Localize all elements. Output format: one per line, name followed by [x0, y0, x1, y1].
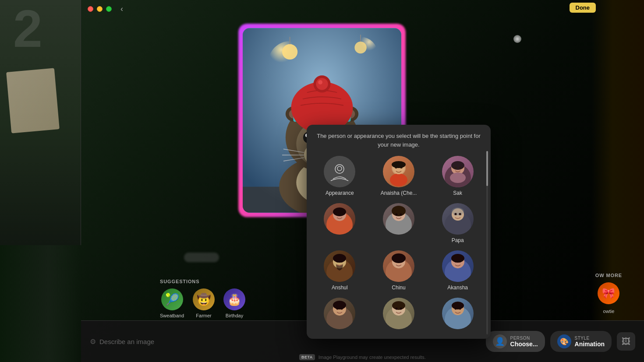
svg-point-97 [459, 308, 461, 310]
style-sublabel: STYLE [575, 336, 590, 341]
gallery-icon: 🖼 [622, 337, 630, 347]
picker-item-11[interactable] [373, 298, 425, 332]
picker-item-anshul[interactable]: Anshul [314, 250, 366, 291]
person5-avatar [383, 203, 414, 235]
picker-item-akansha[interactable]: Akansha [432, 250, 484, 291]
person-sublabel: PERSON [510, 336, 530, 341]
person-btn-text: PERSON Choose... [510, 336, 538, 348]
sweatband-label: Sweatband [160, 313, 184, 318]
picker-scrollbar[interactable] [486, 151, 488, 334]
svg-point-96 [454, 308, 456, 310]
picker-grid: Appearance Anaisha (Che... [314, 156, 484, 332]
svg-point-53 [336, 213, 339, 215]
show-more-section: OW MORE 🎀 owtie [595, 273, 622, 314]
svg-point-37 [337, 166, 342, 171]
svg-point-71 [336, 260, 339, 263]
sak-avatar [442, 156, 474, 187]
svg-point-82 [459, 260, 461, 263]
suggestion-farmer[interactable]: 🤠 Farmer [193, 288, 215, 318]
svg-point-72 [341, 260, 343, 263]
person-value: Choose... [510, 341, 538, 348]
suggestions-section: SUGGESTIONS 🎾 Sweatband 🤠 Farmer 🎂 Birth… [81, 279, 245, 318]
picker-item-chinu[interactable]: Chinu [373, 250, 425, 291]
sak-label: Sak [453, 190, 462, 196]
person11-avatar [383, 298, 414, 329]
svg-point-47 [454, 167, 456, 169]
picker-item-12[interactable] [432, 298, 484, 332]
sweatband-icon: 🎾 [161, 288, 183, 310]
svg-point-35 [318, 80, 322, 84]
picker-item-10[interactable] [314, 298, 366, 332]
picker-scrollbar-thumb [486, 151, 488, 186]
svg-point-81 [454, 260, 456, 263]
suggestion-sweatband[interactable]: 🎾 Sweatband [160, 288, 184, 318]
describe-placeholder: Describe an image [99, 338, 154, 345]
window-controls: ‹ [88, 4, 123, 14]
svg-point-59 [400, 214, 402, 216]
show-more-label: OW MORE [595, 273, 622, 278]
back-button[interactable]: ‹ [120, 4, 123, 14]
ambient-light [513, 35, 521, 43]
akansha-label: Akansha [447, 285, 468, 291]
svg-point-58 [395, 214, 397, 216]
svg-point-76 [395, 260, 397, 263]
maximize-button[interactable] [106, 6, 112, 12]
sidebar-panel: 2 [0, 0, 81, 245]
svg-point-90 [392, 301, 405, 310]
svg-point-70 [333, 254, 346, 263]
style-value: Animation [575, 341, 605, 348]
close-button[interactable] [88, 6, 93, 12]
svg-point-49 [450, 172, 466, 183]
picker-item-papa[interactable]: Papa [432, 203, 484, 243]
birthday-icon: 🎂 [223, 288, 245, 310]
birthday-label: Birthday [226, 313, 243, 318]
picker-item-anaisha[interactable]: Anaisha (Che... [373, 156, 425, 196]
beta-message: Image Playground may create unexpected r… [318, 355, 426, 360]
svg-point-36 [335, 165, 344, 173]
beta-bar: BETA Image Playground may create unexpec… [81, 354, 644, 360]
person-chooser-button[interactable]: 👤 PERSON Choose... [486, 331, 545, 352]
svg-point-57 [392, 206, 406, 216]
svg-point-39 [390, 173, 407, 186]
describe-icon: ⚙ [90, 337, 96, 346]
svg-point-64 [459, 213, 461, 215]
person12-avatar [442, 298, 474, 329]
gallery-button[interactable]: 🖼 [617, 332, 635, 351]
svg-point-85 [333, 301, 346, 309]
beta-badge: BETA [299, 354, 315, 360]
suggestions-title: SUGGESTIONS [160, 279, 245, 284]
suggestion-birthday[interactable]: 🎂 Birthday [223, 288, 245, 318]
farmer-label: Farmer [196, 313, 211, 318]
farmer-icon: 🤠 [193, 288, 215, 310]
svg-point-43 [392, 161, 406, 168]
anaisha-label: Anaisha (Che... [381, 190, 417, 196]
bowtie-suggestion[interactable]: 🎀 [598, 282, 619, 304]
akansha-avatar [442, 250, 474, 282]
sidebar-paper [6, 68, 60, 133]
sidebar-number: 2 [13, 2, 42, 55]
picker-item-appearance[interactable]: Appearance [314, 156, 366, 196]
svg-point-34 [316, 78, 328, 90]
style-button[interactable]: 🎨 STYLE Animation [550, 331, 612, 352]
picker-item-sak[interactable]: Sak [432, 156, 484, 196]
anaisha-avatar [383, 156, 414, 187]
papa-avatar [442, 203, 474, 235]
done-button[interactable]: Done [570, 3, 596, 13]
picker-item-5[interactable] [373, 203, 425, 243]
svg-point-87 [341, 308, 343, 310]
person10-avatar [324, 298, 355, 329]
anshul-avatar [324, 250, 355, 282]
style-btn-text: STYLE Animation [575, 336, 605, 348]
svg-point-63 [454, 213, 456, 215]
svg-point-80 [451, 254, 464, 263]
appearance-avatar [324, 156, 355, 187]
svg-point-86 [336, 308, 339, 310]
minimize-button[interactable] [97, 6, 103, 12]
svg-point-3 [282, 44, 297, 60]
picker-item-4[interactable] [314, 203, 366, 243]
svg-point-52 [333, 207, 346, 216]
person-icon: 👤 [493, 334, 507, 348]
svg-point-48 [459, 167, 461, 169]
svg-point-77 [400, 260, 402, 263]
svg-point-91 [395, 308, 397, 310]
